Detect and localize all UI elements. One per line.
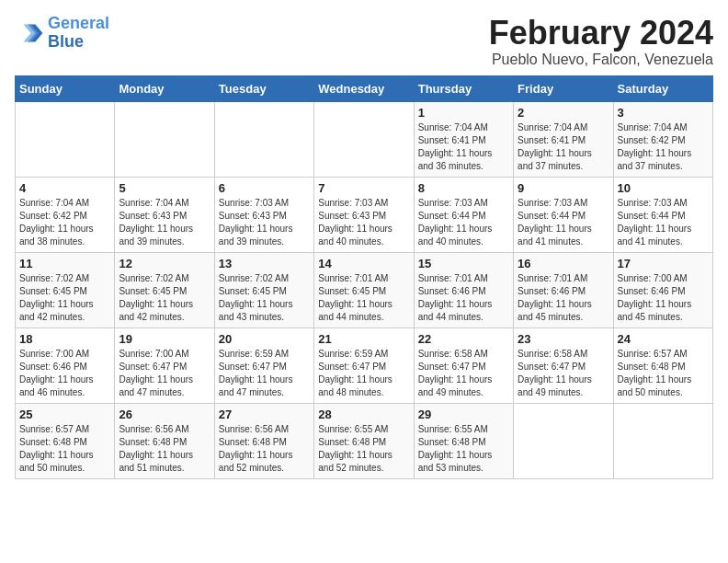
calendar-cell: 15Sunrise: 7:01 AM Sunset: 6:46 PM Dayli…: [414, 252, 513, 327]
calendar-cell: [115, 101, 214, 177]
day-number: 25: [19, 408, 110, 421]
day-info: Sunrise: 6:59 AM Sunset: 6:47 PM Dayligh…: [219, 348, 310, 399]
day-number: 6: [219, 181, 310, 195]
day-info: Sunrise: 7:03 AM Sunset: 6:44 PM Dayligh…: [618, 197, 709, 248]
day-number: 3: [618, 106, 709, 120]
day-info: Sunrise: 6:57 AM Sunset: 6:48 PM Dayligh…: [19, 423, 110, 475]
day-number: 14: [318, 257, 409, 270]
weekday-header-wednesday: Wednesday: [314, 75, 414, 101]
calendar-cell: 25Sunrise: 6:57 AM Sunset: 6:48 PM Dayli…: [16, 403, 115, 478]
day-number: 7: [318, 181, 409, 195]
day-info: Sunrise: 6:57 AM Sunset: 6:48 PM Dayligh…: [618, 348, 709, 399]
weekday-header-thursday: Thursday: [414, 75, 513, 101]
day-info: Sunrise: 7:01 AM Sunset: 6:45 PM Dayligh…: [318, 272, 409, 324]
day-info: Sunrise: 7:04 AM Sunset: 6:41 PM Dayligh…: [518, 121, 609, 173]
calendar-week-row: 1Sunrise: 7:04 AM Sunset: 6:41 PM Daylig…: [16, 101, 713, 177]
calendar-cell: [214, 101, 313, 177]
calendar-cell: 29Sunrise: 6:55 AM Sunset: 6:48 PM Dayli…: [414, 403, 513, 478]
calendar-cell: 19Sunrise: 7:00 AM Sunset: 6:47 PM Dayli…: [115, 327, 214, 403]
title-block: February 2024 Pueblo Nuevo, Falcon, Vene…: [489, 15, 713, 68]
calendar-cell: 22Sunrise: 6:58 AM Sunset: 6:47 PM Dayli…: [414, 327, 513, 403]
weekday-header-tuesday: Tuesday: [214, 75, 313, 101]
day-info: Sunrise: 7:02 AM Sunset: 6:45 PM Dayligh…: [119, 272, 210, 324]
calendar-week-row: 11Sunrise: 7:02 AM Sunset: 6:45 PM Dayli…: [16, 252, 713, 327]
header: General Blue February 2024 Pueblo Nuevo,…: [15, 15, 713, 68]
calendar-cell: 14Sunrise: 7:01 AM Sunset: 6:45 PM Dayli…: [314, 252, 414, 327]
day-info: Sunrise: 6:58 AM Sunset: 6:47 PM Dayligh…: [418, 348, 509, 399]
day-number: 26: [119, 408, 210, 421]
day-number: 20: [219, 332, 310, 346]
day-info: Sunrise: 7:03 AM Sunset: 6:44 PM Dayligh…: [518, 197, 609, 248]
calendar-cell: 12Sunrise: 7:02 AM Sunset: 6:45 PM Dayli…: [115, 252, 214, 327]
month-title: February 2024: [489, 15, 713, 52]
day-info: Sunrise: 7:02 AM Sunset: 6:45 PM Dayligh…: [219, 272, 310, 324]
calendar-cell: 21Sunrise: 6:59 AM Sunset: 6:47 PM Dayli…: [314, 327, 414, 403]
calendar-cell: 17Sunrise: 7:00 AM Sunset: 6:46 PM Dayli…: [613, 252, 712, 327]
logo-line1: General: [48, 14, 109, 32]
day-number: 12: [119, 257, 210, 270]
calendar-cell: 9Sunrise: 7:03 AM Sunset: 6:44 PM Daylig…: [514, 177, 613, 252]
calendar-week-row: 25Sunrise: 6:57 AM Sunset: 6:48 PM Dayli…: [16, 403, 713, 478]
weekday-header-row: SundayMondayTuesdayWednesdayThursdayFrid…: [16, 75, 713, 101]
day-number: 11: [19, 257, 110, 270]
day-info: Sunrise: 7:03 AM Sunset: 6:43 PM Dayligh…: [318, 197, 409, 248]
day-info: Sunrise: 7:00 AM Sunset: 6:46 PM Dayligh…: [19, 348, 110, 399]
calendar-cell: 26Sunrise: 6:56 AM Sunset: 6:48 PM Dayli…: [115, 403, 214, 478]
calendar-cell: 8Sunrise: 7:03 AM Sunset: 6:44 PM Daylig…: [414, 177, 513, 252]
day-number: 8: [418, 181, 509, 195]
day-info: Sunrise: 7:02 AM Sunset: 6:45 PM Dayligh…: [19, 272, 110, 324]
day-info: Sunrise: 7:00 AM Sunset: 6:46 PM Dayligh…: [618, 272, 709, 324]
weekday-header-monday: Monday: [115, 75, 214, 101]
calendar-cell: 6Sunrise: 7:03 AM Sunset: 6:43 PM Daylig…: [214, 177, 313, 252]
calendar-cell: 18Sunrise: 7:00 AM Sunset: 6:46 PM Dayli…: [16, 327, 115, 403]
day-number: 15: [418, 257, 509, 270]
day-number: 28: [318, 408, 409, 421]
day-number: 24: [618, 332, 709, 346]
day-info: Sunrise: 6:55 AM Sunset: 6:48 PM Dayligh…: [318, 423, 409, 475]
calendar-cell: 16Sunrise: 7:01 AM Sunset: 6:46 PM Dayli…: [514, 252, 613, 327]
day-number: 9: [518, 181, 609, 195]
day-number: 27: [219, 408, 310, 421]
day-number: 2: [518, 106, 609, 120]
day-number: 10: [618, 181, 709, 195]
day-info: Sunrise: 6:58 AM Sunset: 6:47 PM Dayligh…: [518, 348, 609, 399]
day-number: 4: [19, 181, 110, 195]
day-number: 1: [418, 106, 509, 120]
day-info: Sunrise: 7:04 AM Sunset: 6:41 PM Dayligh…: [418, 121, 509, 173]
calendar-cell: 28Sunrise: 6:55 AM Sunset: 6:48 PM Dayli…: [314, 403, 414, 478]
day-info: Sunrise: 7:04 AM Sunset: 6:42 PM Dayligh…: [618, 121, 709, 173]
calendar-cell: 24Sunrise: 6:57 AM Sunset: 6:48 PM Dayli…: [613, 327, 712, 403]
day-number: 18: [19, 332, 110, 346]
calendar-cell: [613, 403, 712, 478]
day-info: Sunrise: 6:55 AM Sunset: 6:48 PM Dayligh…: [418, 423, 509, 475]
weekday-header-sunday: Sunday: [16, 75, 115, 101]
calendar-cell: 20Sunrise: 6:59 AM Sunset: 6:47 PM Dayli…: [214, 327, 313, 403]
calendar-cell: 2Sunrise: 7:04 AM Sunset: 6:41 PM Daylig…: [514, 101, 613, 177]
calendar-cell: 10Sunrise: 7:03 AM Sunset: 6:44 PM Dayli…: [613, 177, 712, 252]
day-number: 17: [618, 257, 709, 270]
day-info: Sunrise: 7:03 AM Sunset: 6:43 PM Dayligh…: [219, 197, 310, 248]
day-number: 5: [119, 181, 210, 195]
calendar-cell: [314, 101, 414, 177]
location-title: Pueblo Nuevo, Falcon, Venezuela: [489, 52, 713, 68]
calendar-week-row: 18Sunrise: 7:00 AM Sunset: 6:46 PM Dayli…: [16, 327, 713, 403]
logo-line2: Blue: [48, 32, 84, 51]
day-info: Sunrise: 7:03 AM Sunset: 6:44 PM Dayligh…: [418, 197, 509, 248]
day-info: Sunrise: 6:59 AM Sunset: 6:47 PM Dayligh…: [318, 348, 409, 399]
day-number: 29: [418, 408, 509, 421]
day-info: Sunrise: 6:56 AM Sunset: 6:48 PM Dayligh…: [219, 423, 310, 475]
calendar-cell: 27Sunrise: 6:56 AM Sunset: 6:48 PM Dayli…: [214, 403, 313, 478]
calendar-cell: [514, 403, 613, 478]
day-info: Sunrise: 7:01 AM Sunset: 6:46 PM Dayligh…: [418, 272, 509, 324]
calendar-cell: 23Sunrise: 6:58 AM Sunset: 6:47 PM Dayli…: [514, 327, 613, 403]
calendar-week-row: 4Sunrise: 7:04 AM Sunset: 6:42 PM Daylig…: [16, 177, 713, 252]
calendar-cell: 11Sunrise: 7:02 AM Sunset: 6:45 PM Dayli…: [16, 252, 115, 327]
calendar-table: SundayMondayTuesdayWednesdayThursdayFrid…: [15, 75, 713, 479]
day-number: 19: [119, 332, 210, 346]
calendar-cell: 13Sunrise: 7:02 AM Sunset: 6:45 PM Dayli…: [214, 252, 313, 327]
weekday-header-saturday: Saturday: [613, 75, 712, 101]
day-number: 22: [418, 332, 509, 346]
day-number: 21: [318, 332, 409, 346]
calendar-cell: 4Sunrise: 7:04 AM Sunset: 6:42 PM Daylig…: [16, 177, 115, 252]
day-info: Sunrise: 7:00 AM Sunset: 6:47 PM Dayligh…: [119, 348, 210, 399]
